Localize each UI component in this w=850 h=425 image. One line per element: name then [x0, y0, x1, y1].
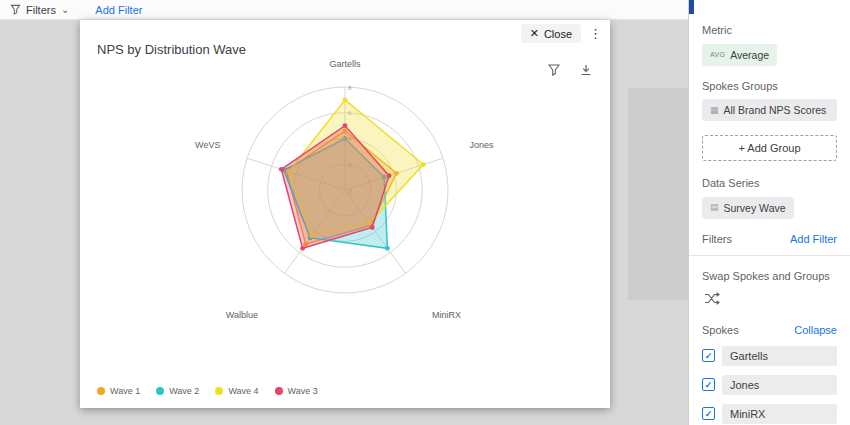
spokes-groups-label: Spokes Groups [702, 80, 837, 92]
svg-text:Gartells: Gartells [329, 59, 361, 69]
spokes-label: Spokes [702, 324, 739, 336]
sidebar-add-filter-link[interactable]: Add Filter [790, 233, 837, 245]
checkbox-checked-icon[interactable] [702, 407, 715, 420]
filters-section: Filters Add Filter [702, 233, 837, 245]
chart-legend: Wave 1 Wave 2 Wave 4 Wave 3 [97, 386, 318, 396]
legend-dot [156, 387, 164, 395]
data-series-chip-label: Survey Wave [724, 202, 786, 214]
config-sidebar: Metric AVG Average Spokes Groups ▦ All B… [688, 0, 850, 425]
legend-dot [97, 387, 105, 395]
add-group-button[interactable]: + Add Group [702, 135, 837, 161]
svg-text:MiniRX: MiniRX [432, 310, 461, 320]
spoke-checkbox-row[interactable]: Gartells [702, 346, 837, 366]
chart-filter-icon[interactable] [548, 64, 560, 76]
sidebar-filters-label: Filters [702, 233, 732, 245]
shuffle-icon [704, 292, 720, 305]
series-icon: ▤ [710, 203, 719, 212]
radar-chart: 02468GartellsJonesMiniRXWalblueWeVS [80, 20, 610, 360]
svg-text:Jones: Jones [470, 140, 495, 150]
spokes-group-chip[interactable]: ▦ All Brand NPS Scores [702, 99, 837, 121]
divider [689, 255, 850, 256]
metric-chip-label: Average [730, 49, 769, 61]
close-label: Close [544, 28, 572, 40]
swap-button[interactable] [702, 290, 722, 310]
spoke-checkbox-row[interactable]: MiniRX [702, 404, 837, 424]
legend-item[interactable]: Wave 2 [156, 386, 199, 396]
filter-funnel-icon [10, 4, 21, 15]
legend-label: Wave 3 [288, 386, 318, 396]
data-series-chip[interactable]: ▤ Survey Wave [702, 197, 794, 219]
scrollbar-thumb[interactable] [689, 0, 694, 14]
checkbox-checked-icon[interactable] [702, 378, 715, 391]
spoke-checkbox-row[interactable]: Jones [702, 375, 837, 395]
chart-modal: ✕ Close ⋮ NPS by Distribution Wave 02468… [80, 20, 610, 408]
topbar: Filters ⌄ Add Filter [0, 0, 688, 20]
spoke-item-label: Gartells [722, 346, 837, 366]
spoke-item-label: MiniRX [722, 404, 837, 424]
legend-label: Wave 1 [110, 386, 140, 396]
add-filter-link[interactable]: Add Filter [95, 4, 142, 16]
close-button[interactable]: ✕ Close [521, 24, 581, 43]
collapse-link[interactable]: Collapse [794, 324, 837, 336]
metric-label: Metric [702, 24, 837, 36]
svg-text:WeVS: WeVS [195, 140, 220, 150]
legend-dot [215, 387, 223, 395]
kebab-menu-icon[interactable]: ⋮ [587, 26, 604, 41]
chart-title: NPS by Distribution Wave [97, 42, 246, 57]
svg-text:Walblue: Walblue [226, 310, 258, 320]
spoke-item-label: Jones [722, 375, 837, 395]
chevron-down-icon: ⌄ [61, 5, 69, 15]
legend-item[interactable]: Wave 4 [215, 386, 258, 396]
metric-chip[interactable]: AVG Average [702, 44, 777, 66]
legend-label: Wave 4 [228, 386, 258, 396]
filters-label: Filters [26, 4, 56, 16]
filters-dropdown[interactable]: Filters ⌄ [10, 4, 69, 16]
background-card [628, 88, 688, 300]
checkbox-checked-icon[interactable] [702, 349, 715, 362]
close-icon: ✕ [530, 27, 539, 40]
legend-item[interactable]: Wave 3 [275, 386, 318, 396]
group-grid-icon: ▦ [710, 106, 719, 115]
chart-toolbar [548, 64, 592, 76]
modal-actions: ✕ Close ⋮ [521, 24, 604, 43]
swap-label: Swap Spokes and Groups [702, 270, 837, 282]
spokes-section-header: Spokes Collapse [702, 324, 837, 336]
legend-label: Wave 2 [169, 386, 199, 396]
avg-prefix: AVG [710, 51, 725, 58]
data-series-label: Data Series [702, 177, 837, 189]
spokes-group-chip-label: All Brand NPS Scores [724, 104, 827, 116]
legend-dot [275, 387, 283, 395]
legend-item[interactable]: Wave 1 [97, 386, 140, 396]
download-icon[interactable] [580, 64, 592, 76]
